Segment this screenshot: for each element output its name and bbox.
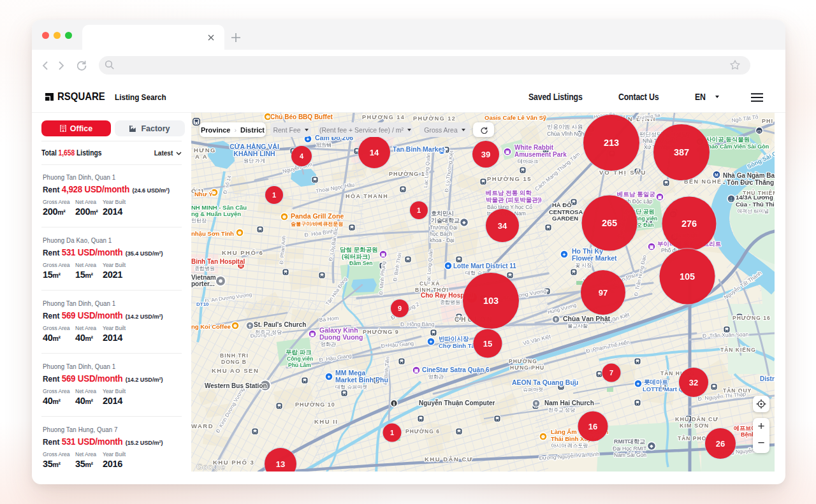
svg-text:KHU DÂN CƯ: KHU DÂN CƯ xyxy=(675,415,718,422)
svg-text:CineStar Satra Quận 6: CineStar Satra Quận 6 xyxy=(422,366,490,374)
svg-text:RMIT대학교: RMIT대학교 xyxy=(614,438,645,445)
svg-text:16: 16 xyxy=(588,422,597,431)
svg-text:사이공 동식물원: 사이공 동식물원 xyxy=(706,136,750,143)
svg-text:✦: ✦ xyxy=(446,264,450,268)
svg-text:học Bách: học Bách xyxy=(430,231,453,237)
svg-text:14: 14 xyxy=(370,148,379,157)
svg-text:HÒA THANH: HÒA THANH xyxy=(346,192,388,199)
svg-text:PHƯƠNG 14: PHƯƠNG 14 xyxy=(362,114,405,120)
svg-text:Nguyễn Thuận Computer: Nguyễn Thuận Computer xyxy=(419,399,495,407)
svg-text:ℹ: ℹ xyxy=(393,401,395,406)
svg-text:KHU PHỐ 3: KHU PHỐ 3 xyxy=(213,459,254,466)
svg-text:KHU II: KHU II xyxy=(314,418,339,425)
svg-text:✝: ✝ xyxy=(554,317,558,322)
svg-text:▣: ▣ xyxy=(310,332,315,336)
svg-text:Amusement Park: Amusement Park xyxy=(514,151,567,158)
svg-text:Duong Vuong: Duong Vuong xyxy=(319,333,363,341)
svg-text:Chùa Vạn Phật: Chùa Vạn Phật xyxy=(563,315,611,323)
svg-text:387: 387 xyxy=(674,147,689,157)
svg-text:Flower Market: Flower Market xyxy=(572,254,617,262)
svg-text:KHÁNH LINH: KHÁNH LINH xyxy=(233,150,275,157)
svg-text:▭: ▭ xyxy=(757,129,762,133)
svg-text:KHU PHỐ 6: KHU PHỐ 6 xyxy=(222,249,263,256)
svg-text:Như Ý: Như Ý xyxy=(194,191,213,198)
svg-text:15: 15 xyxy=(483,339,492,349)
svg-text:베트남 통일궁: 베트남 통일궁 xyxy=(617,191,655,198)
svg-text:숲불구이/바베큐전문점: 숲불구이/바베큐전문점 xyxy=(291,221,343,227)
svg-text:PHƯỜNG: PHƯỜNG xyxy=(509,357,537,364)
svg-text:✦: ✦ xyxy=(306,137,310,141)
svg-text:✝: ✝ xyxy=(534,401,538,406)
svg-text:nhậu Sơn Tỉnh: nhậu Sơn Tỉnh xyxy=(191,230,234,237)
svg-text:❁: ❁ xyxy=(233,324,237,328)
svg-text:AEON Ta Quang Buu: AEON Ta Quang Buu xyxy=(512,378,578,386)
svg-text:1: 1 xyxy=(417,206,421,214)
svg-text:105: 105 xyxy=(680,271,695,282)
svg-text:Nhà Ga Ngầm Ba: Nhà Ga Ngầm Ba xyxy=(723,172,775,179)
svg-text:ng Koi Coffee: ng Koi Coffee xyxy=(191,323,231,330)
svg-text:TÂN KIẾNG: TÂN KIẾNG xyxy=(720,346,756,353)
svg-text:천주교 성당: 천주교 성당 xyxy=(548,407,575,413)
svg-text:Thảo Cầm Viên Sài Gòn: Thảo Cầm Viên Sài Gòn xyxy=(704,143,769,150)
svg-text:▣: ▣ xyxy=(506,150,510,154)
svg-text:▣: ▣ xyxy=(381,252,386,257)
svg-text:HÀ ĐÔ: HÀ ĐÔ xyxy=(552,201,572,208)
svg-text:Trường Đại: Trường Đại xyxy=(430,224,458,231)
svg-text:빈응이엠 사원: 빈응이엠 사원 xyxy=(547,124,583,130)
svg-text:Panda Grill Zone: Panda Grill Zone xyxy=(291,212,344,220)
svg-text:4: 4 xyxy=(300,152,304,160)
svg-text:Oasis Cafe Lê Văn Sỹ: Oasis Cafe Lê Văn Sỹ xyxy=(484,114,547,121)
svg-text:7: 7 xyxy=(609,369,613,377)
svg-text:✦: ✦ xyxy=(327,375,331,379)
svg-text:Bảo tàng Y học Cổ: Bảo tàng Y học Cổ xyxy=(487,204,532,210)
svg-text:Lotte Mart District 11: Lotte Mart District 11 xyxy=(453,263,516,270)
svg-text:불교사찰: 불교사찰 xyxy=(567,323,588,329)
svg-text:Nam Hai Church: Nam Hai Church xyxy=(544,400,594,407)
svg-text:M: M xyxy=(715,173,718,177)
svg-text:영화관: 영화관 xyxy=(321,342,336,347)
svg-text:khoa - Đại: khoa - Đại xyxy=(430,237,455,243)
svg-text:▣: ▣ xyxy=(650,245,654,249)
svg-text:▣: ▣ xyxy=(414,368,419,373)
svg-text:호치민시: 호치민시 xyxy=(431,210,454,217)
svg-text:32: 32 xyxy=(689,378,698,387)
svg-text:BINH TRI: BINH TRI xyxy=(220,352,249,359)
svg-text:97: 97 xyxy=(599,288,608,298)
svg-text:PHƯỜNG 9: PHƯỜNG 9 xyxy=(363,328,399,335)
svg-text:Western Bus Station: Western Bus Station xyxy=(205,382,267,389)
svg-text:❖: ❖ xyxy=(650,444,653,449)
svg-text:A A: A A xyxy=(195,153,208,160)
svg-text:❁: ❁ xyxy=(238,231,242,235)
svg-text:PHI: PHI xyxy=(762,118,773,124)
svg-text:213: 213 xyxy=(604,138,619,148)
svg-text:꽃 시장: 꽃 시장 xyxy=(575,263,592,268)
svg-text:✦: ✦ xyxy=(562,252,566,257)
svg-text:HƯNG PHÚ: HƯNG PHÚ xyxy=(510,364,544,371)
svg-text:PHƯỜNG 15: PHƯỜNG 15 xyxy=(487,175,532,182)
svg-text:ng & Huấn Luyện: ng & Huấn Luyện xyxy=(191,210,241,217)
svg-text:- Tôn Đức Thắng: - Tôn Đức Thắng xyxy=(723,178,774,186)
svg-text:KHU AO SEN: KHU AO SEN xyxy=(212,367,259,374)
svg-text:❁: ❁ xyxy=(266,115,270,119)
svg-text:St. Paul's Church: St. Paul's Church xyxy=(254,321,306,328)
svg-text:박물관 (피토박물관): 박물관 (피토박물관) xyxy=(486,196,540,203)
svg-text:민턴장: 민턴장 xyxy=(191,218,207,224)
svg-text:빈따이시장: 빈따이시장 xyxy=(439,335,469,342)
svg-text:❖: ❖ xyxy=(462,220,466,225)
svg-text:Distric: Distric xyxy=(760,375,775,382)
svg-text:✦: ✦ xyxy=(636,382,640,386)
svg-text:DT10: DT10 xyxy=(196,301,209,307)
svg-text:White Rabbit: White Rabbit xyxy=(514,144,554,151)
svg-text:담쎀 문화공원: 담쎀 문화공원 xyxy=(340,246,378,253)
svg-text:아시아 레스토랑: 아시아 레스토랑 xyxy=(551,443,588,449)
svg-text:1: 1 xyxy=(272,191,276,199)
svg-text:영화관: 영화관 xyxy=(428,374,444,380)
svg-text:❁: ❁ xyxy=(541,435,545,439)
svg-text:❁: ❁ xyxy=(212,191,216,195)
svg-text:롯데마트: 롯데마트 xyxy=(644,378,669,385)
svg-text:Phú Lâm: Phú Lâm xyxy=(288,362,311,368)
svg-text:종합병원: 종합병원 xyxy=(194,266,215,271)
svg-text:265: 265 xyxy=(602,218,617,228)
svg-text:Đầm Sen: Đầm Sen xyxy=(349,260,372,266)
svg-text:Tan Binh Market: Tan Binh Market xyxy=(393,145,444,153)
